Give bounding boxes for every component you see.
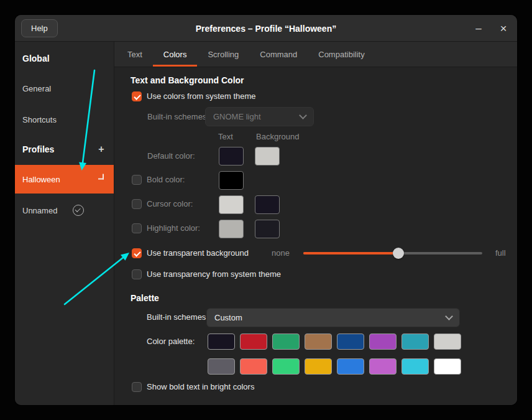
tab-compatibility[interactable]: Compatibility bbox=[308, 42, 375, 67]
default-profile-check-icon bbox=[73, 205, 84, 216]
sidebar: Global General Shortcuts Profiles + Hall… bbox=[15, 42, 114, 405]
palette-swatch[interactable] bbox=[305, 334, 332, 350]
palette-swatch[interactable] bbox=[272, 334, 300, 350]
tab-scrolling[interactable]: Scrolling bbox=[197, 42, 249, 67]
palette-builtin-schemes-label: Built-in schemes: bbox=[147, 312, 208, 322]
minimize-button[interactable]: – bbox=[474, 24, 484, 34]
use-system-colors-checkbox[interactable] bbox=[132, 91, 142, 101]
palette-swatch[interactable] bbox=[208, 334, 235, 350]
palette-builtin-schemes-dropdown[interactable]: Custom bbox=[206, 308, 460, 327]
profile-label: Unnamed bbox=[22, 206, 57, 215]
sidebar-item-label: Shortcuts bbox=[22, 115, 57, 124]
cursor-color-checkbox[interactable] bbox=[132, 199, 142, 209]
cursor-foreground-color-swatch[interactable] bbox=[219, 195, 244, 214]
transparency-slider-handle[interactable] bbox=[393, 248, 404, 259]
sidebar-section-label: Profiles bbox=[22, 143, 54, 156]
close-button[interactable]: × bbox=[498, 24, 508, 34]
bold-color-swatch[interactable] bbox=[219, 171, 244, 190]
screen: Help Preferences – Profile “Halloween” –… bbox=[0, 0, 532, 420]
section-title-palette: Palette bbox=[131, 293, 159, 303]
use-system-colors-label: Use colors from system theme bbox=[147, 91, 256, 101]
builtin-schemes-dropdown[interactable]: GNOME light bbox=[205, 107, 314, 126]
add-profile-button[interactable]: + bbox=[95, 143, 108, 156]
profile-label: Halloween bbox=[22, 175, 60, 184]
chevron-down-icon bbox=[299, 111, 307, 119]
sidebar-item-general[interactable]: General bbox=[15, 77, 114, 100]
section-title-text-background: Text and Background Color bbox=[131, 75, 244, 85]
use-transparent-background-label: Use transparent background bbox=[147, 248, 249, 258]
palette-swatch[interactable] bbox=[401, 334, 429, 350]
palette-builtin-schemes-value: Custom bbox=[214, 313, 242, 322]
highlight-color-label: Highlight color: bbox=[147, 223, 200, 233]
bold-color-checkbox[interactable] bbox=[132, 175, 142, 185]
builtin-schemes-value: GNOME light bbox=[213, 112, 261, 121]
sidebar-item-profile-halloween[interactable]: Halloween bbox=[15, 165, 114, 194]
chevron-down-icon bbox=[445, 312, 453, 320]
use-transparent-background-checkbox[interactable] bbox=[132, 248, 142, 258]
tab-text[interactable]: Text bbox=[117, 42, 153, 67]
preferences-window: Help Preferences – Profile “Halloween” –… bbox=[15, 15, 517, 405]
highlight-color-checkbox[interactable] bbox=[132, 223, 142, 233]
sidebar-section-global: Global bbox=[15, 52, 114, 65]
palette-swatch[interactable] bbox=[240, 358, 267, 375]
transparency-max-label: full bbox=[495, 248, 506, 258]
palette-swatch[interactable] bbox=[434, 358, 461, 375]
sidebar-item-profile-unnamed[interactable]: Unnamed bbox=[15, 199, 114, 222]
bold-color-label: Bold color: bbox=[147, 175, 185, 185]
window-title: Preferences – Profile “Halloween” bbox=[15, 15, 517, 42]
use-system-transparency-label: Use transparency from system theme bbox=[147, 269, 281, 279]
tab-bar: Text Colors Scrolling Command Compatibil… bbox=[114, 42, 517, 67]
default-text-color-swatch[interactable] bbox=[219, 147, 244, 166]
palette-swatch[interactable] bbox=[337, 358, 364, 375]
palette-swatch[interactable] bbox=[369, 334, 397, 350]
transparency-slider[interactable] bbox=[303, 247, 482, 259]
highlight-foreground-color-swatch[interactable] bbox=[219, 220, 244, 238]
palette-swatch[interactable] bbox=[272, 358, 300, 375]
builtin-schemes-label: Built-in schemes: bbox=[147, 112, 209, 122]
palette-swatch[interactable] bbox=[240, 334, 267, 350]
palette-swatch[interactable] bbox=[369, 358, 397, 375]
palette-swatch[interactable] bbox=[337, 334, 364, 350]
use-system-transparency-checkbox[interactable] bbox=[132, 269, 142, 279]
column-header-background: Background bbox=[256, 132, 299, 142]
show-bold-bright-checkbox[interactable] bbox=[132, 382, 142, 392]
sidebar-item-label: General bbox=[22, 84, 51, 93]
cursor-background-color-swatch[interactable] bbox=[255, 195, 280, 214]
cursor-color-label: Cursor color: bbox=[147, 199, 193, 209]
sidebar-section-profiles: Profiles + bbox=[15, 143, 114, 156]
tab-command[interactable]: Command bbox=[249, 42, 308, 67]
tab-colors[interactable]: Colors bbox=[153, 42, 198, 67]
colors-tab-content: Text and Background Color Use colors fro… bbox=[114, 67, 517, 405]
sidebar-item-shortcuts[interactable]: Shortcuts bbox=[15, 108, 114, 131]
transparency-slider-fill bbox=[303, 252, 398, 254]
palette-swatch[interactable] bbox=[208, 358, 235, 375]
window-controls: – × bbox=[474, 15, 508, 42]
palette-swatch[interactable] bbox=[305, 358, 332, 375]
palette-swatch[interactable] bbox=[434, 334, 461, 350]
palette-swatch[interactable] bbox=[401, 358, 429, 375]
show-bold-bright-label: Show bold text in bright colors bbox=[147, 382, 254, 392]
highlight-background-color-swatch[interactable] bbox=[255, 220, 280, 238]
chevron-down-icon[interactable] bbox=[98, 174, 104, 180]
default-background-color-swatch[interactable] bbox=[255, 147, 280, 166]
color-palette-label: Color palette: bbox=[147, 337, 195, 347]
column-header-text: Text bbox=[218, 132, 233, 142]
header-bar: Help Preferences – Profile “Halloween” –… bbox=[15, 15, 517, 42]
transparency-min-label: none bbox=[272, 248, 290, 258]
default-color-label: Default color: bbox=[147, 151, 195, 161]
